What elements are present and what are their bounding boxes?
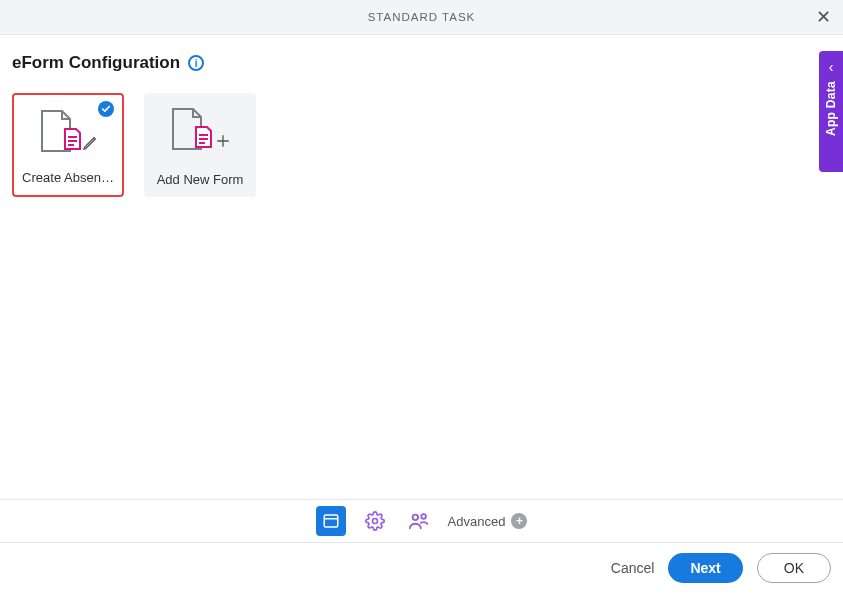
modal-body: eForm Configuration i bbox=[0, 35, 843, 499]
plus-icon bbox=[215, 133, 231, 149]
app-data-side-tab[interactable]: ‹ App Data bbox=[819, 51, 843, 172]
window-icon bbox=[322, 512, 340, 530]
gear-icon bbox=[365, 511, 385, 531]
form-card-create-absence[interactable]: Create Absen… bbox=[12, 93, 124, 197]
bottom-toolbar: Advanced + bbox=[0, 499, 843, 543]
svg-rect-8 bbox=[324, 515, 338, 527]
toolbar-people-button[interactable] bbox=[404, 506, 434, 536]
next-button[interactable]: Next bbox=[668, 553, 742, 583]
modal-header: STANDARD TASK ✕ bbox=[0, 0, 843, 35]
people-icon bbox=[408, 511, 430, 531]
section-title: eForm Configuration bbox=[12, 53, 180, 73]
form-card-icon-group bbox=[169, 107, 231, 151]
side-tab-label: App Data bbox=[824, 81, 838, 136]
selected-check-icon bbox=[98, 101, 114, 117]
form-overlay-icon bbox=[62, 127, 82, 151]
form-card-list: Create Absen… bbox=[12, 93, 831, 197]
close-button[interactable]: ✕ bbox=[811, 5, 835, 29]
modal-title: STANDARD TASK bbox=[368, 11, 476, 23]
pencil-icon bbox=[82, 135, 98, 151]
ok-button[interactable]: OK bbox=[757, 553, 831, 583]
form-card-label: Add New Form bbox=[157, 172, 244, 187]
plus-circle-icon: + bbox=[511, 513, 527, 529]
form-overlay-icon bbox=[193, 125, 213, 149]
svg-point-12 bbox=[421, 514, 426, 519]
close-icon: ✕ bbox=[816, 6, 831, 28]
chevron-left-icon: ‹ bbox=[829, 59, 834, 75]
toolbar-settings-button[interactable] bbox=[360, 506, 390, 536]
toolbar-form-button[interactable] bbox=[316, 506, 346, 536]
svg-point-10 bbox=[372, 519, 377, 524]
modal-footer: Cancel Next OK bbox=[0, 543, 843, 593]
modal: STANDARD TASK ✕ eForm Configuration i bbox=[0, 0, 843, 593]
form-card-icon-group bbox=[38, 109, 98, 153]
toolbar-advanced-label: Advanced bbox=[448, 514, 506, 529]
section-title-row: eForm Configuration i bbox=[12, 53, 831, 73]
form-card-label: Create Absen… bbox=[22, 170, 114, 185]
form-card-add-new[interactable]: Add New Form bbox=[144, 93, 256, 197]
cancel-button[interactable]: Cancel bbox=[611, 560, 655, 576]
info-icon[interactable]: i bbox=[188, 55, 204, 71]
svg-point-11 bbox=[412, 515, 418, 521]
toolbar-advanced-button[interactable]: Advanced + bbox=[448, 513, 528, 529]
